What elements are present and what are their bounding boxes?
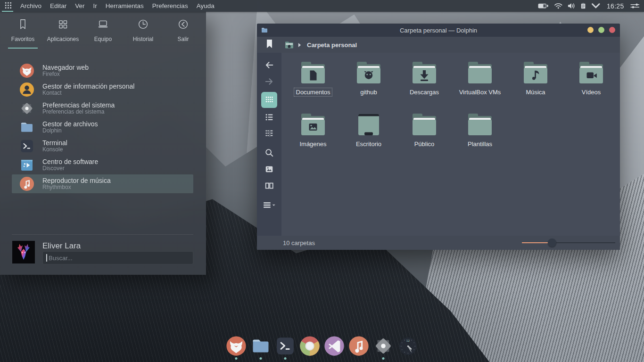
clock-text[interactable]: 16:25 (607, 2, 624, 10)
menubar-item[interactable]: Ir (89, 0, 101, 12)
folder-music-icon (522, 60, 549, 85)
app-dolphin[interactable]: Gestor de archivos Dolphin (12, 118, 193, 137)
app-title: Terminal (42, 139, 67, 147)
menubar-item[interactable]: Ver (71, 0, 89, 12)
dock-clock[interactable]: 12 (397, 335, 418, 361)
bookmark-icon[interactable] (257, 39, 281, 50)
tray-item[interactable] (581, 0, 586, 12)
window-title: Carpeta personal — Dolphin (400, 27, 477, 34)
menubar-item[interactable]: Editar (46, 0, 71, 12)
home-folder-icon[interactable] (285, 41, 294, 49)
Imágenes[interactable]: Imágenes (285, 111, 341, 163)
app-title: Reproductor de música (42, 177, 111, 184)
app-subtitle: Firefox (42, 71, 89, 78)
preview-button[interactable] (261, 162, 278, 178)
app-rhythmbox[interactable]: Reproductor de música Rhythmbox (12, 174, 193, 193)
slider-knob[interactable] (548, 239, 556, 247)
app-konsole[interactable]: Terminal Konsole (12, 137, 193, 156)
tab-historial[interactable]: Historial (123, 12, 163, 49)
search-icon (264, 148, 274, 159)
wifi-icon (554, 3, 563, 9)
menu-icon (263, 200, 276, 211)
tray-item[interactable] (630, 0, 640, 12)
github[interactable]: github (341, 59, 396, 111)
folder-name: github (358, 88, 379, 96)
tab-favoritos[interactable]: Favoritos (3, 12, 43, 49)
view-details-button[interactable] (261, 126, 278, 142)
zoom-slider[interactable] (522, 239, 615, 247)
app-discover[interactable]: Centro de software Discover (12, 156, 193, 174)
dolphin-window: Carpeta personal — Dolphin Carpeta perso… (257, 24, 620, 250)
app-firefox[interactable]: Navegador web Firefox (12, 61, 193, 80)
tray-item[interactable] (568, 0, 576, 12)
VirtualBox VMs[interactable]: VirtualBox VMs (452, 59, 508, 111)
dock-vscode[interactable] (324, 335, 345, 361)
breadcrumb-arrow-icon (298, 42, 301, 48)
app-subtitle: Rhythmbox (42, 184, 111, 191)
Documentos[interactable]: Documentos (285, 59, 341, 111)
tweaks-icon (630, 3, 640, 9)
Descargas[interactable]: Descargas (396, 59, 452, 111)
folder-view: Documentos github Descargas VirtualBox V… (281, 53, 620, 236)
menubar-item[interactable]: Ayuda (192, 0, 219, 12)
folder-plain-icon (466, 112, 494, 137)
app-subtitle: Preferencias del sistema (42, 109, 115, 115)
view-list-icon (264, 112, 274, 123)
rhythmbox-icon (348, 335, 369, 361)
Música[interactable]: Música (508, 59, 563, 111)
slider-fill (522, 242, 549, 243)
battery-icon (538, 3, 549, 9)
folder-name: VirtualBox VMs (457, 88, 503, 96)
status-text: 10 carpetas (283, 239, 315, 247)
dock-files[interactable] (250, 335, 271, 361)
tray-item[interactable] (554, 0, 563, 12)
launcher-search (42, 251, 193, 264)
dock-rhythmbox[interactable] (348, 335, 369, 361)
folder-name: Documentos (294, 88, 332, 96)
tab-equipo[interactable]: Equipo (83, 12, 123, 49)
tray-item[interactable] (591, 0, 601, 12)
app-preferencias[interactable]: Preferencias del sistema Preferencias de… (12, 99, 193, 118)
breadcrumb-current[interactable]: Carpeta personal (307, 41, 357, 49)
Vídeos[interactable]: Vídeos (563, 59, 619, 111)
forward-button[interactable] (261, 74, 278, 90)
search-button[interactable] (261, 145, 278, 162)
tab-salir[interactable]: Salir (163, 12, 203, 49)
app-title: Centro de software (42, 158, 98, 165)
minimize-button[interactable] (587, 27, 594, 33)
menu-button[interactable] (261, 197, 278, 214)
search-input[interactable] (42, 251, 193, 264)
kontact-icon (19, 82, 34, 97)
tab-aplicaciones[interactable]: Aplicaciones (43, 12, 83, 49)
terminal-icon (19, 139, 34, 154)
menubar-item[interactable]: Herramientas (101, 0, 148, 12)
dock-terminal[interactable] (275, 335, 296, 361)
app-subtitle: Discover (42, 165, 98, 172)
close-button[interactable] (609, 27, 615, 33)
app-subtitle: Kontact (42, 90, 134, 97)
menubar-item[interactable]: Preferencias (148, 0, 192, 12)
app-launcher-button[interactable] (2, 0, 14, 12)
dock-settings[interactable] (373, 335, 394, 361)
split-button[interactable] (261, 178, 278, 195)
titlebar[interactable]: Carpeta personal — Dolphin (257, 24, 620, 37)
rhythmbox-icon (19, 176, 34, 191)
tab-label: Salir (177, 36, 189, 42)
menubar-item[interactable]: Archivo (16, 0, 46, 12)
view-compact-button[interactable] (261, 109, 278, 126)
view-icons-button[interactable] (261, 92, 277, 108)
running-indicator (260, 357, 262, 360)
app-title: Gestor de información personal (42, 82, 134, 90)
Escritorio[interactable]: Escritorio (341, 111, 396, 163)
dock-firefox[interactable] (226, 335, 247, 361)
folder-name: Imágenes (297, 140, 328, 148)
maximize-button[interactable] (598, 27, 604, 33)
window-app-icon (261, 26, 268, 34)
tray-item[interactable] (538, 0, 549, 12)
Público[interactable]: Público (396, 111, 452, 163)
dock-chrome[interactable] (299, 335, 320, 361)
running-indicator (284, 357, 287, 360)
back-button[interactable] (261, 58, 278, 74)
Plantillas[interactable]: Plantillas (452, 111, 508, 163)
app-kontact[interactable]: Gestor de información personal Kontact (12, 80, 193, 99)
